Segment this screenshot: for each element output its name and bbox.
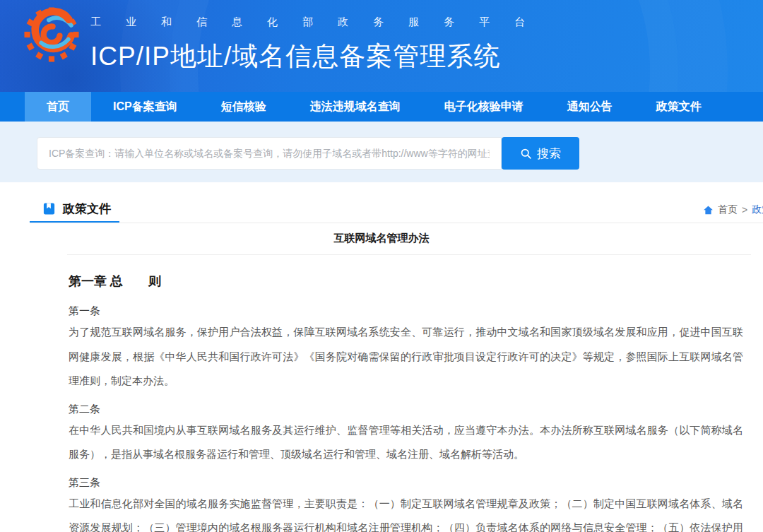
article-3: 第三条 工业和信息化部对全国的域名服务实施监督管理，主要职责是：（一）制定互联网… [69,473,743,532]
article-3-label: 第三条 [69,473,743,492]
header-titles: 工业和信息化部政务服务平台 ICP/IP地址/域名信息备案管理系统 [90,16,550,74]
search-section: 搜索 网站 APP 小程序 快应用 [0,122,763,182]
nav-item-policy-files[interactable]: 政策文件 [634,92,723,122]
article-3-text: 工业和信息化部对全国的域名服务实施监督管理，主要职责是：（一）制定互联网域名管理… [69,492,743,532]
nav-item-home[interactable]: 首页 [25,92,91,122]
search-button-label: 搜索 [537,146,561,162]
policy-book-icon [42,202,56,215]
document-body: 第一章 总 则 第一条 为了规范互联网域名服务，保护用户合法权益，保障互联网域名… [69,273,743,532]
article-1-label: 第一条 [69,302,743,320]
site-header: 工业和信息化部政务服务平台 ICP/IP地址/域名信息备案管理系统 [0,0,763,92]
article-2-label: 第二条 [69,400,743,418]
nav-item-e-verification[interactable]: 电子化核验申请 [422,92,545,122]
section-header: 政策文件 [42,201,111,217]
article-1-text: 为了规范互联网域名服务，保护用户合法权益，保障互联网域名系统安全、可靠运行，推动… [69,320,743,394]
breadcrumb-current: 政策文件 [752,203,763,216]
document-title: 互联网域名管理办法 [0,232,763,245]
miit-gear-logo-icon[interactable] [23,6,81,64]
breadcrumb: 首页 > 政策文件 [703,203,763,216]
search-icon [520,148,532,160]
breadcrumb-separator: > [742,204,747,215]
section-title: 政策文件 [63,201,111,217]
chapter-heading: 第一章 总 则 [69,273,743,290]
nav-item-icp-query[interactable]: ICP备案查询 [91,92,199,122]
icp-search-input[interactable] [37,137,502,170]
search-button[interactable]: 搜索 [502,137,579,170]
article-2-text: 在中华人民共和国境内从事互联网域名服务及其运行维护、监督管理等相关活动，应当遵守… [69,418,743,467]
system-title: ICP/IP地址/域名信息备案管理系统 [90,39,550,74]
home-icon [703,205,714,215]
section-divider [30,223,763,223]
nav-item-notices[interactable]: 通知公告 [545,92,634,122]
platform-title: 工业和信息化部政务服务平台 [90,16,550,29]
nav-item-illegal-domain-query[interactable]: 违法违规域名查询 [288,92,422,122]
document-title-divider [67,254,751,255]
breadcrumb-home[interactable]: 首页 [718,203,738,216]
article-1: 第一条 为了规范互联网域名服务，保护用户合法权益，保障互联网域名系统安全、可靠运… [69,302,743,394]
nav-item-sms-verify[interactable]: 短信核验 [199,92,288,122]
article-2: 第二条 在中华人民共和国境内从事互联网域名服务及其运行维护、监督管理等相关活动，… [69,400,743,467]
main-nav: 首页 ICP备案查询 短信核验 违法违规域名查询 电子化核验申请 通知公告 政策… [0,92,763,122]
